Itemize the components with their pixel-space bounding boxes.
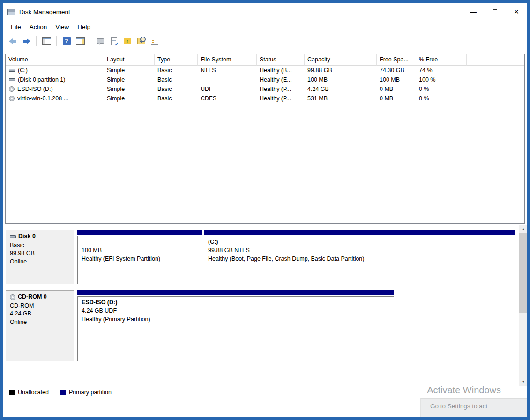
column-header-free-space[interactable]: Free Spa... bbox=[377, 54, 416, 66]
column-header-empty bbox=[467, 54, 524, 66]
volume-name: ESD-ISO (D:) bbox=[17, 86, 53, 92]
table-row[interactable]: (Disk 0 partition 1) Simple Basic Health… bbox=[6, 75, 524, 84]
partition-size: 100 MB bbox=[82, 246, 198, 255]
column-header-volume[interactable]: Volume bbox=[6, 54, 104, 66]
table-row[interactable]: (C:) Simple Basic NTFS Healthy (B... 99.… bbox=[6, 66, 524, 75]
scroll-up-arrow[interactable]: ▲ bbox=[519, 225, 527, 233]
cell-capacity: 100 MB bbox=[305, 76, 377, 83]
cell-file-system: CDFS bbox=[198, 95, 257, 102]
partition-status: Healthy (Boot, Page File, Crash Dump, Ba… bbox=[208, 255, 511, 263]
volume-name: (C:) bbox=[18, 67, 28, 74]
disk-type: Basic bbox=[10, 241, 70, 250]
cell-status: Healthy (E... bbox=[257, 76, 305, 83]
scrollbar-thumb[interactable] bbox=[519, 233, 527, 313]
action-pane-button[interactable] bbox=[74, 35, 86, 47]
cd-icon bbox=[9, 86, 15, 92]
menu-action[interactable]: Action bbox=[25, 22, 52, 32]
table-row[interactable]: ESD-ISO (D:) Simple Basic UDF Healthy (P… bbox=[6, 84, 524, 94]
cell-layout: Simple bbox=[104, 86, 155, 92]
console-message-button[interactable] bbox=[94, 35, 106, 47]
cd-icon bbox=[10, 294, 15, 300]
disk-type: CD-ROM bbox=[10, 302, 70, 310]
properties-button[interactable] bbox=[149, 35, 161, 47]
cell-layout: Simple bbox=[104, 95, 155, 102]
cell-free-space: 100 MB bbox=[377, 76, 416, 83]
cell-type: Basic bbox=[155, 76, 198, 83]
legend-label: Primary partition bbox=[69, 389, 112, 396]
cell-type: Basic bbox=[155, 86, 198, 92]
menu-bar: File Action View Help bbox=[3, 21, 527, 33]
disk-name: CD-ROM 0 bbox=[18, 293, 47, 301]
minimize-button[interactable]: — bbox=[463, 3, 484, 21]
disk-status: Online bbox=[10, 318, 70, 327]
column-header-layout[interactable]: Layout bbox=[104, 54, 155, 66]
help-icon: ? bbox=[63, 37, 71, 45]
console-tree-button[interactable] bbox=[40, 35, 52, 47]
partition-size: 99.88 GB NTFS bbox=[208, 246, 511, 255]
efi-partition[interactable]: 100 MB Healthy (EFI System Partition) bbox=[77, 230, 202, 284]
column-header-file-system[interactable]: File System bbox=[198, 54, 257, 66]
app-icon bbox=[7, 8, 15, 15]
cell-status: Healthy (P... bbox=[257, 95, 305, 102]
cell-layout: Simple bbox=[104, 67, 155, 74]
cell-percent-free: 100 % bbox=[416, 76, 467, 83]
task-check-button[interactable]: ✓ bbox=[108, 35, 120, 47]
partition-title: ESD-ISO (D:) bbox=[82, 298, 390, 307]
column-header-percent-free[interactable]: % Free bbox=[416, 54, 467, 66]
legend-unallocated: Unallocated bbox=[9, 389, 49, 396]
forward-button[interactable] bbox=[20, 35, 32, 47]
console-tree-icon bbox=[42, 38, 51, 45]
menu-help[interactable]: Help bbox=[73, 22, 95, 32]
unallocated-color-swatch bbox=[9, 390, 15, 395]
close-button[interactable]: × bbox=[506, 3, 527, 21]
drive-icon bbox=[10, 235, 16, 238]
cell-type: Basic bbox=[155, 67, 198, 74]
legend-label: Unallocated bbox=[18, 389, 49, 396]
maximize-button[interactable] bbox=[484, 3, 506, 21]
partition-color-band bbox=[204, 230, 515, 235]
cdrom-0-row: CD-ROM 0 CD-ROM 4.24 GB Online ESD-ISO (… bbox=[6, 290, 515, 361]
cell-free-space: 0 MB bbox=[377, 86, 416, 92]
activate-windows-watermark: Activate Windows bbox=[427, 385, 501, 396]
cell-percent-free: 74 % bbox=[416, 67, 467, 74]
cell-type: Basic bbox=[155, 95, 198, 102]
partition-status: Healthy (EFI System Partition) bbox=[82, 255, 198, 263]
esd-iso-partition[interactable]: ESD-ISO (D:) 4.24 GB UDF Healthy (Primar… bbox=[77, 290, 394, 361]
column-header-type[interactable]: Type bbox=[155, 54, 198, 66]
c-drive-partition[interactable]: (C:) 99.88 GB NTFS Healthy (Boot, Page F… bbox=[204, 230, 515, 284]
disk-0-partitions: 100 MB Healthy (EFI System Partition) (C… bbox=[77, 230, 515, 284]
toolbar-separator bbox=[90, 36, 90, 46]
cell-status: Healthy (B... bbox=[257, 67, 305, 74]
scroll-down-arrow[interactable]: ▼ bbox=[519, 378, 527, 386]
activate-windows-subtext: Go to Settings to act bbox=[430, 403, 527, 410]
toolbar-separator bbox=[56, 36, 57, 46]
back-button[interactable] bbox=[7, 35, 19, 47]
toolbar-separator bbox=[36, 36, 37, 46]
back-icon bbox=[9, 38, 17, 44]
partition-color-band bbox=[77, 290, 394, 295]
help-button[interactable]: ? bbox=[60, 35, 73, 47]
disk-0-label[interactable]: Disk 0 Basic 99.98 GB Online bbox=[6, 230, 74, 284]
menu-view[interactable]: View bbox=[51, 22, 73, 32]
column-header-status[interactable]: Status bbox=[257, 54, 305, 66]
search-folder-button[interactable] bbox=[135, 35, 147, 47]
drive-icon bbox=[9, 78, 15, 81]
volume-name: (Disk 0 partition 1) bbox=[18, 76, 65, 83]
primary-partition-color-swatch bbox=[60, 390, 66, 395]
table-row[interactable]: virtio-win-0.1.208 ... Simple Basic CDFS… bbox=[6, 94, 524, 103]
properties-list-icon bbox=[151, 38, 158, 45]
column-header-capacity[interactable]: Capacity bbox=[305, 54, 377, 66]
partition-body: 100 MB Healthy (EFI System Partition) bbox=[77, 236, 202, 284]
window-controls: — × bbox=[463, 3, 527, 21]
drive-icon bbox=[9, 69, 15, 72]
partition-status: Healthy (Primary Partition) bbox=[82, 315, 390, 323]
cell-file-system: NTFS bbox=[198, 67, 257, 74]
volume-list-pane: Volume Layout Type File System Status Ca… bbox=[5, 54, 525, 224]
upload-button[interactable]: ↑ bbox=[121, 35, 134, 47]
menu-file[interactable]: File bbox=[7, 22, 25, 32]
cdrom-0-label[interactable]: CD-ROM 0 CD-ROM 4.24 GB Online bbox=[6, 290, 74, 361]
vertical-scrollbar[interactable]: ▲ ▼ bbox=[519, 225, 527, 386]
disk-size: 99.98 GB bbox=[10, 249, 70, 258]
cdrom-0-partitions: ESD-ISO (D:) 4.24 GB UDF Healthy (Primar… bbox=[77, 290, 515, 361]
upload-drive-icon: ↑ bbox=[124, 38, 131, 44]
